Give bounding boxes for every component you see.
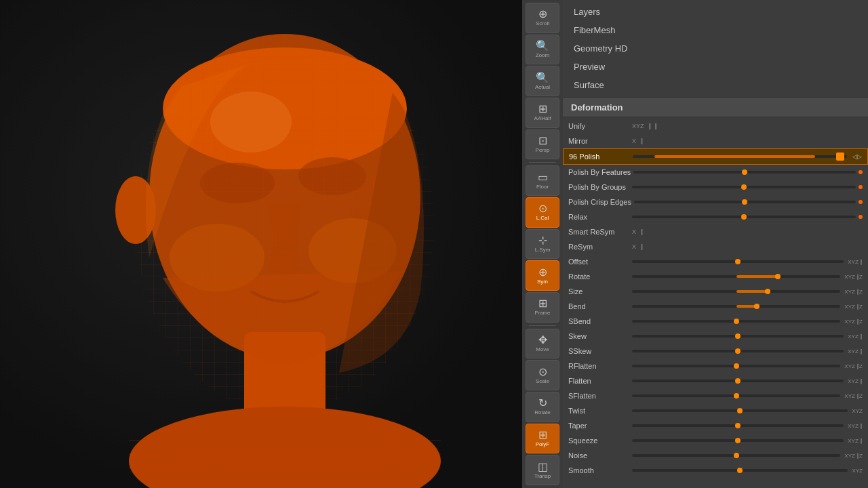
deformation-header[interactable]: Deformation (563, 98, 868, 117)
deform-row-offset[interactable]: Offset XYZ ∥ (563, 254, 868, 269)
scale-label: Scale (536, 379, 549, 384)
rflatten-slider[interactable] (632, 365, 840, 367)
viewport[interactable] (0, 0, 522, 488)
deform-row-flatten[interactable]: Flatten XYZ ∥ (563, 373, 868, 388)
deform-row-unify[interactable]: Unify XYZ ∥ ∥ (563, 119, 868, 134)
size-handle[interactable] (765, 289, 770, 294)
bend-slider[interactable] (632, 305, 840, 308)
polish-arrows: ◁▷ (852, 153, 862, 160)
deform-row-rotate[interactable]: Rotate XYZ ∥Z (563, 269, 868, 284)
deform-row-size[interactable]: Size XYZ ∥Z (563, 284, 868, 299)
polish-slider-handle[interactable] (836, 152, 844, 161)
deform-row-twist[interactable]: Twist XYZ (563, 403, 868, 418)
lsym-label: L.Sym (535, 247, 551, 253)
deform-row-relax[interactable]: Relax (563, 209, 868, 224)
polish-crisp-dot (859, 200, 863, 204)
rotate-button[interactable]: ↻ Rotate (526, 392, 559, 422)
local-icon: ⊙ (538, 203, 547, 214)
move-button[interactable]: ✥ Move (526, 329, 559, 359)
polish-features-slider[interactable] (633, 171, 856, 174)
twist-handle[interactable] (737, 408, 743, 413)
deform-row-noise[interactable]: Noise XYZ ∥Z (563, 448, 868, 463)
size-slider[interactable] (632, 290, 840, 293)
relax-slider[interactable] (632, 216, 856, 218)
bend-xyz: XYZ ∥Z (844, 304, 863, 310)
deform-row-sflatten[interactable]: SFlatten XYZ ∥Z (563, 388, 868, 403)
rotate-slider[interactable] (632, 275, 840, 278)
offset-handle[interactable] (735, 259, 741, 264)
floor-button[interactable]: ▭ Floor (526, 165, 559, 196)
sskew-handle[interactable] (735, 348, 741, 354)
deform-row-smartresym[interactable]: Smart ReSym X ∥ (563, 224, 868, 239)
flatten-handle[interactable] (735, 378, 741, 384)
sym-button[interactable]: ⊕ Sym (526, 260, 559, 291)
deform-row-polish-groups[interactable]: Polish By Groups (563, 180, 868, 195)
scroll-button[interactable]: ⊕ Scroll (526, 3, 559, 33)
sbend-slider[interactable] (632, 320, 840, 323)
deform-label-smartresym: Smart ReSym (568, 228, 629, 236)
skew-handle[interactable] (735, 333, 741, 339)
sflatten-slider[interactable] (632, 394, 840, 397)
smartresym-indicators: X ∥ (632, 228, 644, 235)
squeeze-handle[interactable] (735, 438, 741, 443)
flatten-slider[interactable] (632, 380, 844, 382)
deform-row-polish-crisp[interactable]: Polish Crisp Edges (563, 195, 868, 209)
noise-slider[interactable] (632, 454, 840, 457)
polish-slider[interactable] (633, 155, 847, 158)
deform-row-skew[interactable]: Skew XYZ ∥ (563, 329, 868, 344)
polyf-icon: ⊞ (538, 430, 547, 441)
deform-row-polish[interactable]: 96 Polish ◁▷ (563, 148, 868, 165)
polish-crisp-slider[interactable] (634, 201, 856, 203)
deform-row-sbend[interactable]: SBend XYZ ∥Z (563, 314, 868, 329)
deform-row-taper[interactable]: Taper XYZ ∥ (563, 418, 868, 433)
taper-slider[interactable] (632, 424, 844, 427)
menu-surface[interactable]: Surface (563, 76, 868, 94)
zoom-icon: 🔍 (536, 41, 549, 52)
transp-button[interactable]: ◫ Transp (526, 455, 559, 485)
menu-geometry-hd[interactable]: Geometry HD (563, 39, 868, 58)
bend-handle[interactable] (754, 304, 760, 309)
deform-row-resym[interactable]: ReSym X ∥ (563, 239, 868, 254)
skew-slider[interactable] (632, 335, 844, 338)
menu-layers[interactable]: Layers (563, 3, 868, 21)
polish-features-handle[interactable] (742, 169, 747, 175)
polish-crisp-handle[interactable] (742, 199, 747, 205)
taper-xyz: XYZ ∥ (848, 423, 863, 429)
frame-button[interactable]: ⊞ Frame (526, 292, 559, 323)
sskew-slider[interactable] (632, 350, 844, 352)
smooth-slider[interactable] (632, 469, 848, 472)
scale-button[interactable]: ⊙ Scale (526, 360, 559, 390)
persp-button[interactable]: ⊡ Persp (526, 129, 559, 160)
local-button[interactable]: ⊙ L.Cal (526, 197, 559, 228)
sflatten-handle[interactable] (734, 393, 739, 399)
rotate-handle[interactable] (775, 274, 781, 279)
sbend-handle[interactable] (734, 319, 739, 324)
deform-row-rflatten[interactable]: RFlatten XYZ ∥Z (563, 359, 868, 373)
polish-groups-handle[interactable] (741, 184, 747, 190)
relax-handle[interactable] (741, 214, 747, 220)
lsym-button[interactable]: ⊹ L.Sym (526, 229, 559, 260)
taper-handle[interactable] (735, 423, 741, 428)
polish-groups-slider[interactable] (632, 186, 856, 188)
deform-label-sflatten: SFlatten (568, 392, 629, 400)
frame-label: Frame (534, 310, 550, 316)
deform-row-polish-features[interactable]: Polish By Features (563, 165, 868, 180)
actual-button[interactable]: 🔍 Actual (526, 66, 559, 96)
menu-preview[interactable]: Preview (563, 58, 868, 76)
deform-row-bend[interactable]: Bend XYZ ∥Z (563, 299, 868, 314)
offset-slider[interactable] (632, 260, 844, 263)
aahalf-button[interactable]: ⊞ AAHalf (526, 98, 559, 128)
smooth-handle[interactable] (737, 468, 743, 473)
menu-fibermesh[interactable]: FiberMesh (563, 21, 868, 39)
deform-row-sskew[interactable]: SSkew XYZ ∥ (563, 344, 868, 359)
deform-row-squeeze[interactable]: Squeeze XYZ ∥ (563, 433, 868, 448)
noise-handle[interactable] (734, 453, 739, 458)
deform-row-smooth[interactable]: Smooth XYZ (563, 463, 868, 478)
twist-slider[interactable] (632, 409, 848, 412)
deform-row-mirror[interactable]: Mirror X ∥ (563, 134, 868, 148)
rflatten-handle[interactable] (734, 363, 739, 369)
squeeze-slider[interactable] (632, 439, 844, 442)
polyf-button[interactable]: ⊞ PolyF (526, 424, 559, 454)
zoom-button[interactable]: 🔍 Zoom (526, 35, 559, 65)
polyf-label: PolyF (536, 442, 549, 447)
